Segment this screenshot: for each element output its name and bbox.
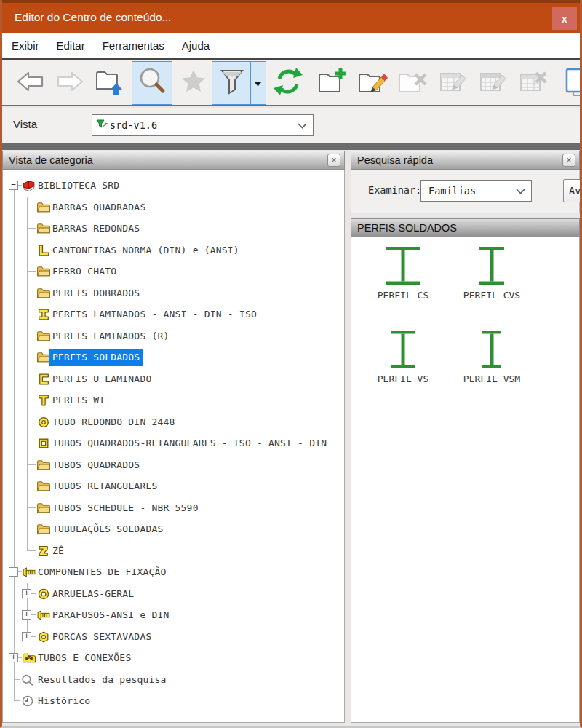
tree-connector xyxy=(27,422,36,422)
new-category-button[interactable] xyxy=(316,63,349,103)
folder-icon xyxy=(36,265,51,278)
tree-item[interactable]: PERFIS LAMINADOS - ANSI - DIN - ISO xyxy=(3,304,344,325)
tree-item[interactable]: TUBOS QUADRADOS xyxy=(3,454,344,476)
ibeam-standard-icon xyxy=(385,328,421,369)
tree-item[interactable]: +TUBOS E CONEXÕES xyxy=(3,647,344,669)
edit-family-table-button[interactable] xyxy=(436,63,469,103)
tree-item[interactable]: −BIBLIOTECA SRD xyxy=(3,175,344,197)
favorites-button[interactable] xyxy=(177,63,210,103)
table-pencil-icon xyxy=(436,66,469,100)
menu-ajuda[interactable]: Ajuda xyxy=(182,39,210,52)
tree-item[interactable]: PERFIS SOLDADOS xyxy=(3,347,344,368)
examine-combobox[interactable]: Famílias xyxy=(420,180,532,202)
family-item[interactable]: PERFIL CVS xyxy=(447,245,536,301)
tree-item[interactable]: BARRAS QUADRADAS xyxy=(3,197,344,218)
menu-editar[interactable]: Editar xyxy=(57,39,85,52)
search-button[interactable] xyxy=(132,61,172,105)
tree-connector xyxy=(27,486,36,486)
quick-search-body: Examinar: Famílias Av xyxy=(351,170,580,213)
family-item[interactable]: PERFIL CS xyxy=(359,245,447,301)
delete-category-button[interactable] xyxy=(396,63,429,103)
advanced-search-button[interactable]: Av xyxy=(563,179,580,202)
category-view-panel: Vista de categoria × −BIBLIOTECA SRDBARR… xyxy=(2,151,345,723)
view-label: Vista xyxy=(13,118,37,130)
tree-item[interactable]: +PARAFUSOS-ANSI e DIN xyxy=(3,604,344,626)
folder-icon xyxy=(36,201,51,214)
tree-item[interactable]: FERRO CHATO xyxy=(3,261,344,282)
tree-connector xyxy=(27,550,36,551)
tree-item-label: PERFIS LAMINADOS (R) xyxy=(52,325,170,347)
tree-item-label: PARAFUSOS-ANSI e DIN xyxy=(52,604,170,626)
content-center-editor-window: Editor do Centro de conteúdo... x Exibir… xyxy=(0,0,582,728)
tree-item[interactable]: +ARRUELAS-GERAL xyxy=(3,583,344,605)
expand-toggle[interactable]: + xyxy=(22,632,31,641)
families-body: PERFIL CSPERFIL CVSPERFIL VSPERFIL VSM xyxy=(351,237,580,723)
tree-item[interactable]: TUBOS QUADRADOS-RETANGULARES - ISO - ANS… xyxy=(3,432,344,454)
separator-band xyxy=(2,143,580,150)
window-close-button[interactable]: x xyxy=(552,7,577,30)
view-combobox[interactable]: srd-v1.6 xyxy=(92,114,314,136)
tree-item[interactable]: PERFIS LAMINADOS (R) xyxy=(3,325,344,347)
expand-toggle[interactable]: + xyxy=(22,610,31,620)
tree-item-label: PERFIS WT xyxy=(52,389,105,411)
tree-connector xyxy=(14,679,20,680)
tree-item[interactable]: TUBO REDONDO DIN 2448 xyxy=(3,411,344,433)
tree-item[interactable]: PERFIS DOBRADOS xyxy=(3,282,344,304)
family-item-label: PERFIL CS xyxy=(378,290,428,301)
open-view-button[interactable] xyxy=(92,63,126,103)
clock-icon xyxy=(20,695,35,708)
category-panel-close-button[interactable]: × xyxy=(327,154,340,167)
arrow-left-icon xyxy=(15,66,47,100)
copy-to-button[interactable] xyxy=(563,63,582,103)
family-item[interactable]: PERFIL VSM xyxy=(447,328,536,384)
folder-icon xyxy=(36,287,51,300)
tree-connector xyxy=(27,293,36,293)
collapse-toggle[interactable]: − xyxy=(9,181,18,190)
tree-connector xyxy=(27,336,36,336)
book-icon xyxy=(22,179,36,192)
tree-item[interactable]: PERFIS U LAMINADO xyxy=(3,368,344,390)
magnifier-icon xyxy=(136,66,168,100)
forward-button[interactable] xyxy=(53,63,87,103)
quick-search-close-button[interactable]: × xyxy=(562,154,575,167)
tree-item[interactable]: TUBOS RETANGULARES xyxy=(3,475,344,497)
tree-item[interactable]: PERFIS WT xyxy=(3,389,344,411)
refresh-icon xyxy=(272,66,304,100)
tree-item[interactable]: BARRAS REDONDAS xyxy=(3,218,344,240)
category-panel-title: Vista de categoria xyxy=(9,154,93,166)
tree-item[interactable]: Histórico xyxy=(3,690,344,712)
quick-search-title: Pesquisa rápida xyxy=(357,154,433,166)
nut-icon xyxy=(36,630,51,644)
tree-item-label: TUBOS QUADRADOS xyxy=(52,454,140,476)
window-title: Editor do Centro de conteúdo... xyxy=(15,11,171,24)
menu-exibir[interactable]: Exibir xyxy=(12,39,39,52)
tree-connector xyxy=(27,314,36,314)
back-button[interactable] xyxy=(14,63,47,103)
expand-toggle[interactable]: + xyxy=(9,653,18,662)
ibeam-medium-icon xyxy=(474,245,510,285)
toolbar-separator xyxy=(129,64,129,102)
tree-item[interactable]: TUBULAÇÕES SOLDADAS xyxy=(3,518,344,540)
tree-item-label: ARRUELAS-GERAL xyxy=(52,583,134,605)
tree-item-label: BARRAS QUADRADAS xyxy=(52,197,146,218)
tree-item[interactable]: ZÊ xyxy=(3,540,344,562)
edit-category-button[interactable] xyxy=(356,63,389,103)
tree-connector xyxy=(27,379,36,379)
tree-item[interactable]: +PORCAS SEXTAVADAS xyxy=(3,626,344,648)
folder-up-icon xyxy=(93,66,125,100)
tree-item[interactable]: Resultados da pesquisa xyxy=(3,669,344,691)
family-item-label: PERFIL VSM xyxy=(463,373,520,384)
tree-item[interactable]: −COMPONENTES DE FIXAÇÃO xyxy=(3,561,344,583)
filter-button[interactable] xyxy=(212,61,252,105)
collapse-toggle[interactable]: − xyxy=(9,567,18,577)
expand-toggle[interactable]: + xyxy=(22,589,31,598)
delete-family-button[interactable] xyxy=(516,63,549,103)
family-item[interactable]: PERFIL VS xyxy=(359,328,447,384)
tree-item[interactable]: TUBOS SCHEDULE - NBR 5590 xyxy=(3,497,344,519)
tree-connector xyxy=(27,357,36,357)
filter-dropdown-button[interactable] xyxy=(250,61,266,105)
tree-item[interactable]: CANTONEIRAS NORMA (DIN) e (ANSI) xyxy=(3,240,344,261)
refresh-button[interactable] xyxy=(271,63,305,103)
edit-family-button[interactable] xyxy=(476,63,509,103)
menu-ferramentas[interactable]: Ferramentas xyxy=(103,39,164,52)
